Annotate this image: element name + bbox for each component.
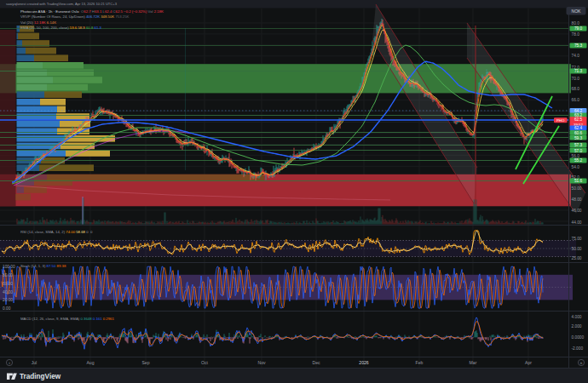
svg-text:RSI (14, close, SMA, 14, 2) 74: RSI (14, close, SMA, 14, 2) 74.00 58.68 … <box>20 230 93 234</box>
svg-text:25.00: 25.00 <box>572 256 582 260</box>
svg-text:71.3: 71.3 <box>574 69 583 73</box>
svg-text:Apr: Apr <box>525 360 532 365</box>
svg-text:4.000: 4.000 <box>572 315 582 319</box>
svg-text:2.000: 2.000 <box>572 324 582 329</box>
svg-text:PHO: PHO <box>556 118 565 123</box>
svg-text:NOK: NOK <box>571 9 581 14</box>
svg-text:0.00: 0.00 <box>3 306 11 311</box>
svg-text:Jul: Jul <box>32 360 37 365</box>
svg-text:44.00: 44.00 <box>572 220 582 225</box>
svg-text:62.5: 62.5 <box>574 117 583 122</box>
svg-text:sawyiqlonest created with Trad: sawyiqlonest created with TradingView.co… <box>6 2 118 6</box>
svg-text:MACD (12, 26, close, 9, EMA, E: MACD (12, 26, close, 9, EMA, EMA) 0.3648… <box>20 317 115 321</box>
svg-text:78.0: 78.0 <box>572 32 580 37</box>
svg-text:51.6: 51.6 <box>574 179 583 183</box>
svg-text:Oct: Oct <box>201 360 209 365</box>
svg-text:100.00: 100.00 <box>3 265 15 269</box>
svg-text:48.00: 48.00 <box>572 197 582 202</box>
svg-text:20.00: 20.00 <box>3 298 13 302</box>
svg-text:2026: 2026 <box>359 360 368 365</box>
svg-text:Nov: Nov <box>257 360 266 365</box>
svg-text:54.0: 54.0 <box>572 165 580 169</box>
svg-text:VRVP (Number Of Rows, 24, Up/D: VRVP (Number Of Rows, 24, Up/Down) 406.7… <box>20 14 130 19</box>
svg-text:60.00: 60.00 <box>3 282 13 286</box>
svg-text:55.2: 55.2 <box>574 158 583 163</box>
svg-text:75.00: 75.00 <box>572 237 582 241</box>
svg-text:EMA (20, 50, 100, 200, close): EMA (20, 50, 100, 200, close) 59.6 58.9 … <box>20 26 101 30</box>
svg-text:75.3: 75.3 <box>574 43 583 48</box>
svg-text:46.00: 46.00 <box>572 209 582 213</box>
svg-text:Vol (20) 12.18K 6.14K: Vol (20) 12.18K 6.14K <box>20 20 56 25</box>
svg-text:68.0: 68.0 <box>572 87 580 91</box>
svg-text:66.0: 66.0 <box>572 98 580 102</box>
svg-text:-2.000: -2.000 <box>572 346 584 351</box>
svg-text:Stoch (14, 1, 3) 87.50 89.38: Stoch (14, 1, 3) 87.50 89.38 <box>20 264 66 268</box>
svg-text:Feb: Feb <box>416 360 424 365</box>
svg-text:80.00: 80.00 <box>3 273 13 277</box>
svg-text:0.0000: 0.0000 <box>572 335 585 340</box>
svg-text:79.0: 79.0 <box>574 26 583 31</box>
svg-text:Sep: Sep <box>141 360 149 365</box>
svg-text:TradingView: TradingView <box>20 373 61 380</box>
svg-text:57.0: 57.0 <box>574 149 583 153</box>
svg-text:60.6: 60.6 <box>574 131 583 135</box>
svg-text:40.00: 40.00 <box>3 290 13 294</box>
svg-text:64.2: 64.2 <box>574 109 583 113</box>
svg-text:70.0: 70.0 <box>572 77 580 81</box>
svg-text:56.0: 56.0 <box>572 154 580 158</box>
svg-text:Mar: Mar <box>470 360 477 365</box>
svg-text:»: » <box>580 360 583 365</box>
svg-text:57.3: 57.3 <box>574 143 583 147</box>
svg-text:50.00: 50.00 <box>572 186 582 191</box>
svg-text:80.0: 80.0 <box>572 21 580 26</box>
svg-text:74.0: 74.0 <box>572 54 580 58</box>
svg-text:62.4: 62.4 <box>574 126 583 130</box>
svg-text:59.3: 59.3 <box>574 136 583 140</box>
svg-text:50.00: 50.00 <box>572 247 582 251</box>
svg-text:Aug: Aug <box>86 360 94 365</box>
svg-text:Dec: Dec <box>312 360 320 365</box>
svg-text:Photocure ASA · 1h · Euronext: Photocure ASA · 1h · Euronext Oslo O62.7… <box>20 9 164 14</box>
